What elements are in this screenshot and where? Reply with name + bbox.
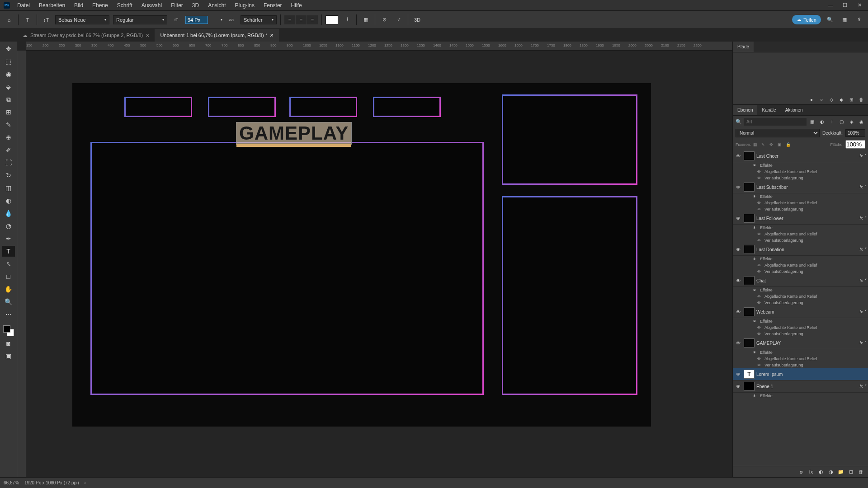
doc-info[interactable]: 1920 Px x 1080 Px (72 ppi) [24,480,79,485]
visibility-toggle-icon[interactable]: 👁 [755,263,763,267]
layer-thumbnail[interactable] [744,338,755,347]
align-left-button[interactable]: ≡ [284,15,295,24]
path-selection-icon[interactable]: ◇ [828,96,835,103]
blur-tool[interactable]: 💧 [2,208,15,219]
menu-ansicht[interactable]: Ansicht [203,0,230,10]
visibility-toggle-icon[interactable]: 👁 [751,351,758,355]
eraser-tool[interactable]: ◫ [2,183,15,193]
adjustment-layer-icon[interactable]: ◑ [827,468,835,475]
artboard[interactable]: GAMEPLAY [72,83,651,427]
layer-fx-badge[interactable]: fx ˅ [859,154,866,158]
layer-effect-item[interactable]: 👁Verlaufsüberlagerung [733,206,868,212]
visibility-toggle-icon[interactable]: 👁 [735,185,742,190]
path-mask-icon[interactable]: ◆ [838,96,844,103]
layer-name[interactable]: Lorem Ipsum [756,372,866,377]
path-fill-icon[interactable]: ● [808,96,815,103]
lock-artboard-icon[interactable]: ▣ [778,142,784,147]
close-tab-icon[interactable]: × [270,32,274,39]
font-family-dropdown[interactable]: Bebas Neue [55,15,109,24]
overlay-gameplay-box[interactable] [90,142,484,395]
layer-thumbnail[interactable] [744,245,755,254]
minimize-button[interactable]: — [824,1,837,10]
zoom-level[interactable]: 66,67% [4,480,19,485]
history-brush-tool[interactable]: ↻ [2,170,15,181]
layer-thumbnail[interactable]: T [744,370,755,379]
home-icon[interactable]: ⌂ [4,14,14,25]
healing-tool[interactable]: ⊕ [2,132,15,143]
filter-shape-icon[interactable]: ▢ [838,117,846,126]
status-chevron-icon[interactable]: › [85,480,86,485]
layer-row[interactable]: 👁Ebene 1fx ˅ [733,380,868,393]
3d-text-button[interactable]: 3D [412,14,423,25]
layer-mask-icon[interactable]: ◐ [817,468,825,475]
visibility-toggle-icon[interactable]: 👁 [735,247,742,252]
pen-tool[interactable]: ✒ [2,233,15,244]
panel-tab-kanäle[interactable]: Kanäle [757,105,780,115]
layer-fx-badge[interactable]: fx ˅ [859,384,866,389]
visibility-toggle-icon[interactable]: 👁 [751,257,758,261]
visibility-toggle-icon[interactable]: 👁 [751,226,758,230]
commit-edit-button[interactable]: ✓ [393,14,404,25]
visibility-toggle-icon[interactable]: 👁 [735,341,742,346]
overlay-box-2[interactable] [208,97,276,117]
layer-name[interactable]: Webcam [756,310,858,314]
layer-row[interactable]: 👁TLorem Ipsum [733,368,868,380]
align-right-button[interactable]: ≡ [307,15,318,24]
visibility-toggle-icon[interactable]: 👁 [755,176,763,180]
visibility-toggle-icon[interactable]: 👁 [755,207,763,211]
visibility-toggle-icon[interactable]: 👁 [735,216,742,221]
layer-effect-item[interactable]: 👁Abgeflachte Kante und Relief [733,262,868,268]
visibility-toggle-icon[interactable]: 👁 [755,326,763,330]
path-stroke-icon[interactable]: ○ [818,96,825,103]
delete-layer-icon[interactable]: 🗑 [857,468,864,475]
text-orientation-icon[interactable]: ↕T [41,14,52,25]
layer-fx-badge[interactable]: fx ˅ [859,216,866,221]
filter-pixel-icon[interactable]: ▦ [808,117,816,126]
layer-effect-item[interactable]: 👁Abgeflachte Kante und Relief [733,169,868,175]
dodge-tool[interactable]: ◔ [2,221,15,231]
layer-thumbnail[interactable] [744,276,755,285]
gradient-tool[interactable]: ◐ [2,195,15,206]
gameplay-text-layer[interactable]: GAMEPLAY [236,122,352,145]
tool-preset-icon[interactable]: T [22,14,33,25]
menu-bild[interactable]: Bild [70,0,88,10]
workspace-icon[interactable]: ▦ [839,14,850,25]
brush-tool[interactable]: ✐ [2,145,15,155]
layer-effect-item[interactable]: 👁Verlaufsüberlagerung [733,175,868,181]
layer-effect-item[interactable]: 👁Verlaufsüberlagerung [733,237,868,244]
blend-mode-dropdown[interactable]: Normal [736,129,820,137]
visibility-toggle-icon[interactable]: 👁 [755,332,763,336]
menu-fenster[interactable]: Fenster [259,0,287,10]
menu-bearbeiten[interactable]: Bearbeiten [34,0,70,10]
overlay-webcam-box[interactable] [502,94,637,185]
layer-effects-heading[interactable]: 👁Effekte [733,318,868,324]
export-icon[interactable]: ⇪ [854,14,864,25]
layer-effects-heading[interactable]: 👁Effekte [733,393,868,399]
path-new-icon[interactable]: ⊞ [848,96,854,103]
close-tab-icon[interactable]: × [146,32,149,39]
visibility-toggle-icon[interactable]: 👁 [735,278,742,283]
layer-effects-heading[interactable]: 👁Effekte [733,162,868,169]
layer-effects-heading[interactable]: 👁Effekte [733,256,868,262]
visibility-toggle-icon[interactable]: 👁 [755,270,763,274]
visibility-toggle-icon[interactable]: 👁 [735,372,742,377]
path-tool[interactable]: ↖ [2,258,15,269]
layer-effect-item[interactable]: 👁Verlaufsüberlagerung [733,362,868,368]
layer-row[interactable]: 👁Last Donationfx ˅ [733,244,868,256]
maximize-button[interactable]: ☐ [838,1,852,10]
fg-color-swatch[interactable] [3,325,10,333]
visibility-toggle-icon[interactable]: 👁 [735,310,742,314]
filter-toggle-icon[interactable]: ◉ [857,117,865,126]
layer-effect-item[interactable]: 👁Abgeflachte Kante und Relief [733,356,868,362]
layer-name[interactable]: Chat [756,278,858,283]
filter-smart-icon[interactable]: ◈ [848,117,856,126]
menu-datei[interactable]: Datei [13,0,34,10]
document-tab[interactable]: ☁Stream Overlay.psdc bei 66,7% (Gruppe 2… [17,29,155,42]
layer-name[interactable]: Last Follower [756,216,858,221]
layer-name[interactable]: Last Donation [756,247,858,252]
document-tab[interactable]: Unbenannt-1 bei 66,7% (Lorem Ipsum, RGB/… [155,29,279,42]
overlay-box-1[interactable] [124,97,192,117]
menu-ebene[interactable]: Ebene [88,0,113,10]
layer-name[interactable]: Last Subscriber [756,185,858,190]
opacity-input[interactable] [845,129,865,137]
